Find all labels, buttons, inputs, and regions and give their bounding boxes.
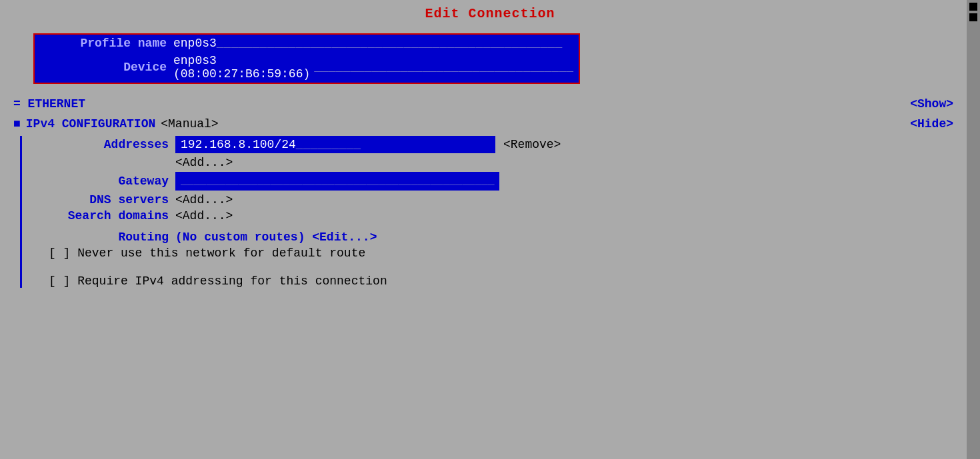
profile-name-dashes: ________________________________________… (217, 37, 562, 50)
ipv4-content: Addresses 192.168.8.100/24_________ <Rem… (20, 136, 953, 288)
ipv4-hide-btn[interactable]: <Hide> (910, 117, 953, 131)
profile-name-label: Profile name (40, 37, 167, 50)
device-label: Device (40, 61, 167, 74)
ethernet-label: = ETHERNET (13, 97, 85, 111)
main-content: Profile name enp0s3 ____________________… (0, 27, 967, 459)
device-row[interactable]: Device enp0s3 (08:00:27:B6:59:66) ______… (35, 52, 579, 83)
addresses-label: Addresses (35, 138, 169, 151)
addresses-input[interactable]: 192.168.8.100/24_________ (175, 136, 495, 153)
spacer (35, 265, 953, 274)
gateway-label: Gateway (35, 175, 169, 188)
ipv4-mode[interactable]: <Manual> (161, 117, 218, 131)
addresses-add-row: <Add...> (35, 156, 953, 169)
gateway-dashes: ________________________________________… (181, 175, 494, 187)
gateway-row: Gateway ________________________________… (35, 172, 953, 191)
ipv4-header: ■ IPv4 CONFIGURATION <Manual> <Hide> (13, 117, 953, 131)
require-ipv4-text: [ ] Require IPv4 addressing for this con… (49, 274, 387, 288)
search-add-btn[interactable]: <Add...> (175, 209, 233, 223)
scrollbar-block-2 (969, 13, 977, 21)
ipv4-label: IPv4 CONFIGURATION (26, 117, 155, 131)
addresses-row: Addresses 192.168.8.100/24_________ <Rem… (35, 136, 953, 153)
routing-value[interactable]: (No custom routes) <Edit...> (175, 230, 377, 244)
dns-row: DNS servers <Add...> (35, 193, 953, 207)
highlighted-fields-wrapper: Profile name enp0s3 ____________________… (33, 33, 580, 84)
dns-label: DNS servers (35, 193, 169, 207)
routing-row: Routing (No custom routes) <Edit...> (35, 230, 953, 244)
ethernet-section: = ETHERNET <Show> (13, 97, 953, 111)
device-dashes: ____________________________________ (314, 61, 573, 74)
addresses-add-btn[interactable]: <Add...> (175, 156, 233, 169)
screen: Edit Connection Profile name enp0s3 ____… (0, 0, 980, 459)
gateway-input[interactable]: ________________________________________… (175, 172, 499, 191)
addresses-dashes: _________ (296, 138, 361, 151)
require-ipv4-row[interactable]: [ ] Require IPv4 addressing for this con… (49, 274, 953, 288)
ethernet-show-btn[interactable]: <Show> (910, 97, 953, 111)
profile-name-row[interactable]: Profile name enp0s3 ____________________… (35, 35, 579, 52)
profile-section: Profile name enp0s3 ____________________… (13, 33, 953, 84)
scrollbar-block-1 (969, 3, 977, 11)
title-bar: Edit Connection (0, 0, 980, 27)
never-route-row[interactable]: [ ] Never use this network for default r… (49, 246, 953, 260)
search-label: Search domains (35, 209, 169, 223)
profile-name-value: enp0s3 (173, 37, 217, 50)
ipv4-bullet: ■ (13, 117, 21, 131)
addresses-remove-btn[interactable]: <Remove> (503, 138, 561, 151)
ipv4-section: ■ IPv4 CONFIGURATION <Manual> <Hide> Add… (13, 117, 953, 288)
device-value: enp0s3 (08:00:27:B6:59:66) (173, 54, 314, 81)
search-row: Search domains <Add...> (35, 209, 953, 223)
dns-add-btn[interactable]: <Add...> (175, 193, 233, 207)
profile-fields: Profile name enp0s3 ____________________… (27, 33, 953, 84)
scrollbar[interactable] (967, 0, 980, 459)
ipv4-header-left: ■ IPv4 CONFIGURATION <Manual> (13, 117, 219, 131)
never-route-text: [ ] Never use this network for default r… (49, 246, 365, 260)
page-title: Edit Connection (425, 6, 555, 21)
routing-label: Routing (35, 230, 169, 244)
addresses-value: 192.168.8.100/24 (181, 138, 296, 151)
